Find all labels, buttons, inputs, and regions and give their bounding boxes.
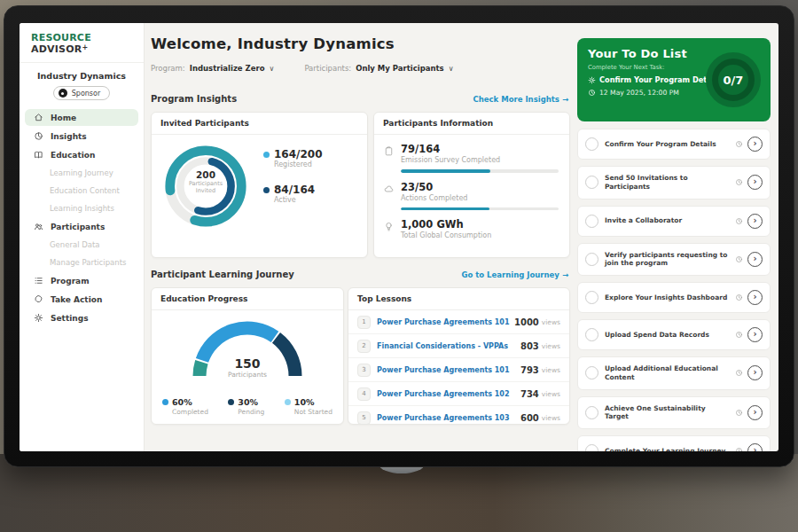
sidebar-item-manage-participants[interactable]: Manage Participants — [25, 254, 138, 270]
rank-badge: 2 — [357, 340, 371, 353]
todo-panel: Your To Do List Complete Your Next Task:… — [577, 38, 771, 451]
task-checkbox[interactable] — [585, 137, 598, 151]
logo-plus: + — [82, 43, 88, 51]
section-title: Participant Learning Journey — [151, 270, 294, 279]
task-invite-collaborator[interactable]: Invite a Collaborator › — [577, 206, 771, 237]
cloud-icon — [383, 184, 395, 195]
sidebar-item-education-content[interactable]: Education Content — [25, 183, 138, 199]
chevron-right-icon[interactable]: › — [747, 290, 763, 305]
todo-task-list: Confirm Your Program Details › Send 50 I… — [577, 129, 771, 451]
lesson-row[interactable]: 1 Power Purchase Agreements 101 1000 vie… — [348, 310, 569, 334]
participants-dropdown[interactable]: Participants: Only My Participants ∨ — [304, 64, 453, 73]
sidebar-item-insights[interactable]: Insights — [25, 128, 138, 145]
clipboard-icon — [383, 145, 395, 157]
lesson-link[interactable]: Financial Considerations - VPPAs — [377, 342, 520, 350]
invited-donut-chart: 200 Participants Invited — [159, 139, 253, 233]
program-dropdown[interactable]: Program: Industrialize Zero ∨ — [151, 64, 274, 73]
sidebar-item-program[interactable]: Program — [25, 272, 138, 289]
progress-bar — [401, 207, 559, 211]
task-upload-spend-data[interactable]: Upload Spend Data Records › — [577, 319, 771, 350]
chevron-right-icon[interactable]: › — [747, 175, 763, 190]
task-achieve-target[interactable]: Achieve One Sustainability Target › — [577, 396, 771, 430]
task-checkbox[interactable] — [585, 406, 598, 419]
sidebar-item-settings[interactable]: Settings — [25, 309, 138, 326]
gauge-legend: 60% Completed 30% Pending 10% Not Starte… — [152, 392, 343, 416]
invited-participants-card: Invited Participants 200 Participants In… — [151, 112, 368, 258]
participants-information-card: Participants Information 79/164 Emission… — [373, 112, 570, 258]
clock-icon — [588, 89, 596, 97]
progress-bar — [401, 169, 559, 173]
check-more-insights-link[interactable]: Check More Insights → — [473, 95, 568, 104]
sidebar-item-learning-insights[interactable]: Learning Insights — [25, 200, 138, 216]
chevron-right-icon[interactable]: › — [747, 252, 763, 267]
legend-dot — [263, 187, 270, 193]
clock-icon — [735, 217, 743, 225]
task-checkbox[interactable] — [585, 328, 598, 341]
lesson-link[interactable]: Power Purchase Agreements 101 — [377, 318, 514, 326]
chevron-right-icon[interactable]: › — [747, 214, 763, 229]
lightbulb-icon — [383, 221, 395, 232]
task-send-invitations[interactable]: Send 50 Invitations to Participants › — [577, 166, 771, 200]
legend-dot — [263, 152, 270, 158]
chevron-right-icon[interactable]: › — [747, 137, 763, 152]
chevron-down-icon: ∨ — [449, 65, 454, 73]
donut-center-text: 200 Participants Invited — [183, 169, 229, 195]
lesson-link[interactable]: Power Purchase Agreements 103 — [377, 414, 520, 422]
stat-emission-survey: 79/164 Emission Survey Completed — [383, 143, 559, 173]
gauge-legend-dot — [162, 399, 168, 405]
clock-icon — [735, 255, 743, 263]
filters-bar: Program: Industrialize Zero ∨ Participan… — [151, 64, 454, 73]
participants-value: Only My Participants — [356, 64, 444, 73]
app-logo: RESOURCE ADVISOR+ — [20, 23, 144, 63]
legend-registered: 164/200 Registered — [263, 148, 322, 168]
lesson-link[interactable]: Power Purchase Agreements 101 — [377, 366, 520, 374]
task-explore-insights[interactable]: Explore Your Insights Dashboard › — [577, 282, 771, 313]
sidebar-item-participants[interactable]: Participants — [25, 218, 138, 235]
rank-badge: 3 — [357, 364, 371, 377]
task-checkbox[interactable] — [585, 366, 598, 379]
task-confirm-program[interactable]: Confirm Your Program Details › — [577, 129, 771, 160]
lesson-row[interactable]: 2 Financial Considerations - VPPAs 803 v… — [348, 334, 569, 358]
sidebar-item-label: Settings — [51, 314, 88, 323]
gear-icon — [588, 76, 596, 84]
clock-icon — [735, 447, 743, 451]
go-to-learning-journey-link[interactable]: Go to Learning Journey → — [461, 270, 568, 279]
legend-completed: 60% Completed — [162, 397, 208, 416]
sidebar-item-general-data[interactable]: General Data — [25, 237, 138, 253]
todo-progress-ring: 0/7 — [706, 52, 761, 107]
task-complete-learning-journey[interactable]: Complete Your Learning Journey › — [577, 435, 771, 451]
sidebar-item-label: Participants — [51, 223, 105, 231]
arrow-right-icon: → — [562, 95, 568, 104]
task-checkbox[interactable] — [585, 215, 598, 228]
chevron-right-icon[interactable]: › — [747, 327, 763, 342]
sidebar-item-education[interactable]: Education — [25, 146, 138, 163]
section-title: Program Insights — [151, 94, 237, 104]
clock-icon — [735, 178, 743, 186]
chevron-right-icon[interactable]: › — [747, 405, 763, 420]
page-title: Welcome, Industry Dynamics — [151, 35, 395, 52]
task-upload-educational-content[interactable]: Upload Additional Educational Content › — [577, 356, 771, 390]
task-verify-participants[interactable]: Verify participants requesting to join t… — [577, 243, 771, 277]
task-checkbox[interactable] — [585, 444, 598, 451]
card-title: Invited Participants — [152, 113, 367, 135]
org-name: Industry Dynamics — [20, 71, 144, 81]
insights-icon — [34, 131, 43, 141]
chevron-right-icon[interactable]: › — [747, 365, 763, 380]
clock-icon — [735, 293, 743, 301]
lesson-row[interactable]: 3 Power Purchase Agreements 101 793 view… — [348, 358, 569, 382]
gauge-legend-dot — [285, 399, 291, 405]
chevron-right-icon[interactable]: › — [747, 443, 763, 451]
task-checkbox[interactable] — [585, 253, 598, 266]
lesson-link[interactable]: Power Purchase Agreements 102 — [377, 390, 520, 398]
take-action-icon — [34, 294, 43, 304]
lesson-row[interactable]: 5 Power Purchase Agreements 103 600 view… — [348, 406, 569, 429]
task-checkbox[interactable] — [585, 176, 598, 189]
sidebar-item-home[interactable]: Home — [25, 109, 138, 126]
clock-icon — [735, 331, 743, 339]
task-checkbox[interactable] — [585, 291, 598, 304]
sidebar-item-learning-journey[interactable]: Learning Journey — [25, 165, 138, 181]
sponsor-badge[interactable]: Sponsor — [53, 86, 110, 100]
lesson-row[interactable]: 4 Power Purchase Agreements 102 734 view… — [348, 382, 569, 406]
sidebar-item-label: Home — [51, 113, 76, 122]
sidebar-item-take-action[interactable]: Take Action — [25, 291, 138, 308]
